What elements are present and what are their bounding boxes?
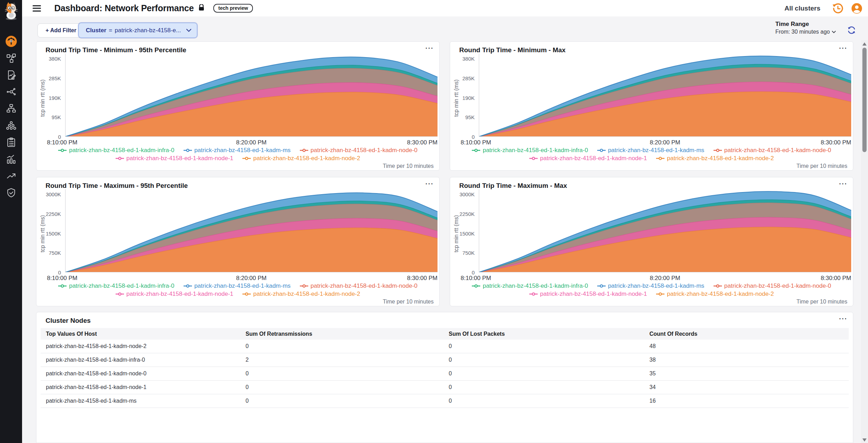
y-axis-tick: 1500K bbox=[454, 230, 475, 236]
menu-icon[interactable] bbox=[33, 5, 41, 12]
legend-item[interactable]: patrick-zhan-bz-4158-ed-1-kadm-node-0 bbox=[300, 282, 418, 289]
chart-legend-row: patrick-zhan-bz-4158-ed-1-kadm-node-1pat… bbox=[450, 291, 853, 298]
product-logo-cat[interactable] bbox=[2, 1, 20, 20]
history-icon[interactable] bbox=[832, 3, 843, 14]
filter-operator: = bbox=[109, 27, 112, 34]
sidebar bbox=[0, 0, 22, 443]
table-row[interactable]: patrick-zhan-bz-4158-ed-1-kadm-node-2004… bbox=[41, 340, 849, 353]
legend-item[interactable]: patrick-zhan-bz-4158-ed-1-kadm-infra-0 bbox=[58, 147, 174, 154]
x-axis-tick: 8:20:00 PM bbox=[650, 139, 680, 146]
legend-item[interactable]: patrick-zhan-bz-4158-ed-1-kadm-node-0 bbox=[714, 147, 831, 154]
legend-label: patrick-zhan-bz-4158-ed-1-kadm-infra-0 bbox=[483, 147, 588, 154]
legend-marker-icon bbox=[116, 292, 124, 296]
x-axis-tick: 8:30:00 PM bbox=[407, 275, 438, 282]
area-chart-plot[interactable] bbox=[65, 189, 438, 272]
table-row[interactable]: patrick-zhan-bz-4158-ed-1-kadm-node-1003… bbox=[41, 381, 849, 394]
legend-item[interactable]: patrick-zhan-bz-4158-ed-1-kadm-ms bbox=[597, 147, 704, 154]
legend-item[interactable]: patrick-zhan-bz-4158-ed-1-kadm-infra-0 bbox=[472, 282, 588, 289]
time-range-control[interactable]: Time Range From: 30 minutes ago bbox=[775, 21, 836, 35]
sidebar-item-metrics[interactable] bbox=[0, 151, 22, 168]
panel-menu-button[interactable]: ⋯ bbox=[839, 314, 847, 323]
legend-item[interactable]: patrick-zhan-bz-4158-ed-1-kadm-node-1 bbox=[116, 155, 233, 162]
time-per-label: Time per 10 minutes bbox=[383, 299, 434, 305]
trending-up-icon bbox=[6, 171, 16, 181]
y-axis-tick: 750K bbox=[454, 250, 475, 256]
value-cell: 0 bbox=[240, 384, 443, 390]
legend-item[interactable]: patrick-zhan-bz-4158-ed-1-kadm-node-2 bbox=[656, 155, 774, 162]
user-avatar[interactable] bbox=[851, 3, 862, 14]
add-filter-button[interactable]: + Add Filter bbox=[37, 23, 84, 38]
sidebar-item-dashboards[interactable] bbox=[0, 33, 22, 50]
x-axis-tick: 8:30:00 PM bbox=[407, 139, 438, 146]
legend-item[interactable]: patrick-zhan-bz-4158-ed-1-kadm-node-2 bbox=[242, 291, 360, 298]
filter-field: Cluster bbox=[86, 27, 106, 34]
legend-item[interactable]: patrick-zhan-bz-4158-ed-1-kadm-node-1 bbox=[529, 155, 647, 162]
area-chart-plot[interactable] bbox=[65, 54, 438, 137]
panel-title: Cluster Nodes bbox=[46, 317, 91, 325]
value-cell: 0 bbox=[443, 398, 644, 404]
table-row[interactable]: patrick-zhan-bz-4158-ed-1-kadm-ms0016 bbox=[41, 394, 849, 408]
legend-item[interactable]: patrick-zhan-bz-4158-ed-1-kadm-node-2 bbox=[656, 291, 774, 298]
sidebar-item-tasks[interactable] bbox=[0, 134, 22, 151]
panel-menu-button[interactable]: ⋯ bbox=[425, 179, 434, 189]
legend-item[interactable]: patrick-zhan-bz-4158-ed-1-kadm-node-0 bbox=[714, 282, 831, 289]
legend-marker-icon bbox=[184, 284, 192, 288]
chart-panel: Round Trip Time - Maximum - 95th Percent… bbox=[36, 177, 440, 306]
legend-label: patrick-zhan-bz-4158-ed-1-kadm-node-1 bbox=[540, 291, 647, 298]
table-row[interactable]: patrick-zhan-bz-4158-ed-1-kadm-node-0003… bbox=[41, 367, 849, 381]
chart-legend-row: patrick-zhan-bz-4158-ed-1-kadm-infra-0pa… bbox=[450, 282, 853, 289]
sidebar-item-trends[interactable] bbox=[0, 168, 22, 184]
chart-legend-row: patrick-zhan-bz-4158-ed-1-kadm-node-1pat… bbox=[36, 155, 439, 162]
table-column-header: Sum Of Lost Packets bbox=[443, 331, 644, 337]
sidebar-item-infrastructure[interactable] bbox=[0, 100, 22, 117]
legend-marker-icon bbox=[116, 156, 124, 161]
scroll-down-arrow[interactable] bbox=[862, 438, 867, 442]
legend-item[interactable]: patrick-zhan-bz-4158-ed-1-kadm-node-1 bbox=[529, 291, 647, 298]
sidebar-item-security[interactable] bbox=[0, 184, 22, 201]
scrollbar-thumb[interactable] bbox=[862, 48, 867, 152]
y-axis-tick: 2250K bbox=[41, 211, 61, 217]
area-chart-plot[interactable] bbox=[479, 54, 851, 137]
panel-menu-button[interactable]: ⋯ bbox=[839, 43, 847, 53]
panel-menu-button[interactable]: ⋯ bbox=[425, 43, 434, 53]
y-axis-tick: 95K bbox=[41, 114, 61, 120]
all-clusters-label[interactable]: All clusters bbox=[785, 5, 820, 12]
table-column-header: Top Values Of Host bbox=[41, 331, 240, 337]
legend-marker-icon bbox=[529, 156, 538, 161]
value-cell: 38 bbox=[644, 357, 849, 363]
x-axis-tick: 8:20:00 PM bbox=[236, 275, 267, 282]
table-row[interactable]: patrick-zhan-bz-4158-ed-1-kadm-infra-020… bbox=[41, 353, 849, 367]
y-axis-tick: 2250K bbox=[454, 211, 475, 217]
vertical-scrollbar[interactable] bbox=[861, 40, 868, 443]
time-per-label: Time per 10 minutes bbox=[797, 163, 847, 169]
time-per-label: Time per 10 minutes bbox=[797, 299, 847, 305]
scroll-up-arrow[interactable] bbox=[862, 42, 867, 46]
sidebar-item-topology[interactable] bbox=[0, 50, 22, 67]
area-chart-plot[interactable] bbox=[479, 189, 851, 272]
x-axis-tick: 8:10:00 PM bbox=[47, 139, 77, 146]
chart-legend-row: patrick-zhan-bz-4158-ed-1-kadm-infra-0pa… bbox=[36, 282, 439, 289]
x-axis-tick: 8:10:00 PM bbox=[461, 139, 491, 146]
panel-menu-button[interactable]: ⋯ bbox=[839, 179, 847, 189]
cluster-filter-pill[interactable]: Cluster = patrick-zhan-bz-4158-e... bbox=[78, 23, 197, 38]
legend-item[interactable]: patrick-zhan-bz-4158-ed-1-kadm-ms bbox=[184, 282, 291, 289]
filter-bar: + Add Filter Cluster = patrick-zhan-bz-4… bbox=[22, 16, 868, 41]
legend-item[interactable]: patrick-zhan-bz-4158-ed-1-kadm-node-2 bbox=[242, 155, 360, 162]
share-network-icon bbox=[6, 87, 16, 97]
legend-marker-icon bbox=[656, 292, 664, 296]
legend-label: patrick-zhan-bz-4158-ed-1-kadm-node-1 bbox=[540, 155, 647, 162]
refresh-icon[interactable] bbox=[847, 26, 856, 35]
sidebar-item-clusters[interactable] bbox=[0, 117, 22, 134]
legend-marker-icon bbox=[714, 148, 722, 152]
sidebar-item-connections[interactable] bbox=[0, 83, 22, 100]
legend-item[interactable]: patrick-zhan-bz-4158-ed-1-kadm-node-0 bbox=[300, 147, 418, 154]
y-axis-tick: 285K bbox=[454, 75, 475, 81]
chart-panel: Round Trip Time - Minimum - 95th Percent… bbox=[36, 41, 440, 171]
sidebar-item-reports[interactable] bbox=[0, 67, 22, 83]
legend-item[interactable]: patrick-zhan-bz-4158-ed-1-kadm-infra-0 bbox=[472, 147, 588, 154]
legend-item[interactable]: patrick-zhan-bz-4158-ed-1-kadm-ms bbox=[597, 282, 704, 289]
legend-item[interactable]: patrick-zhan-bz-4158-ed-1-kadm-ms bbox=[184, 147, 291, 154]
chevron-down-icon bbox=[832, 31, 836, 33]
legend-item[interactable]: patrick-zhan-bz-4158-ed-1-kadm-infra-0 bbox=[58, 282, 174, 289]
legend-item[interactable]: patrick-zhan-bz-4158-ed-1-kadm-node-1 bbox=[116, 291, 233, 298]
